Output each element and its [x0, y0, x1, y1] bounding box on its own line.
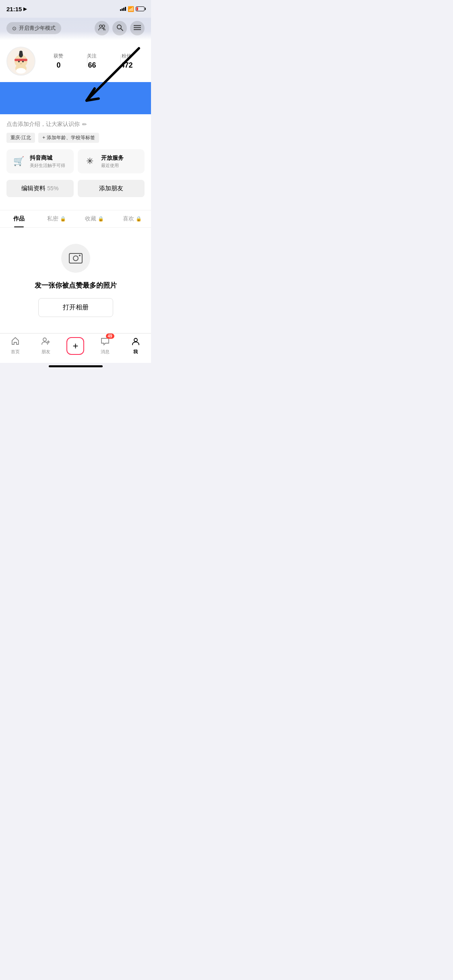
avatar[interactable] — [6, 47, 35, 76]
nav-messages[interactable]: 49 消息 — [95, 337, 115, 355]
stat-likes-value: 0 — [54, 61, 63, 70]
svg-line-3 — [121, 29, 123, 31]
add-tag-button[interactable]: + 添加年龄、学校等标签 — [38, 133, 99, 143]
home-icon — [11, 337, 20, 348]
wifi-icon: 📶 — [128, 6, 134, 12]
search-button[interactable] — [112, 21, 127, 35]
add-friend-label: 添加朋友 — [99, 185, 123, 191]
shop-info: 抖音商城 美好生活触手可得 — [30, 154, 65, 169]
friends-button[interactable] — [95, 21, 109, 35]
nav-friends[interactable]: 朋友 — [36, 337, 56, 355]
status-icons: 📶 — [120, 6, 145, 12]
svg-point-15 — [16, 68, 26, 74]
service-cards: 🛒 抖音商城 美好生活触手可得 ✳ 开放服务 最近使用 — [6, 149, 145, 173]
stat-likes-label: 获赞 — [54, 53, 63, 60]
friends-nav-icon — [41, 337, 50, 348]
open-service-info: 开放服务 最近使用 — [101, 154, 124, 169]
edit-bio-icon: ✏ — [82, 121, 87, 128]
empty-state: 发一张你被点赞最多的照片 打开相册 — [0, 228, 151, 333]
add-icon: + — [72, 340, 78, 352]
youth-mode-label: 开启青少年模式 — [19, 25, 56, 32]
nav-home-label: 首页 — [11, 349, 20, 355]
edit-profile-percent: 55% — [47, 185, 58, 191]
shop-card[interactable]: 🛒 抖音商城 美好生活触手可得 — [6, 149, 74, 173]
tab-collection-label: 收藏 — [85, 215, 96, 222]
nav-add-button[interactable]: + — [66, 337, 84, 355]
open-service-icon: ✳ — [83, 154, 97, 169]
header-icons — [95, 21, 145, 35]
messages-icon: 49 — [101, 337, 110, 348]
location-icon: ▶ — [23, 6, 27, 12]
tab-private-label: 私密 — [47, 215, 58, 222]
stat-followers-value: 472 — [120, 61, 132, 70]
tabs-bar: 作品 私密 🔒 收藏 🔒 喜欢 🔒 — [0, 210, 151, 228]
signal-icon — [120, 7, 126, 11]
nav-messages-label: 消息 — [101, 349, 110, 355]
status-time: 21:15 — [6, 6, 22, 12]
avatar-image — [7, 47, 35, 75]
youth-mode-icon: ⊙ — [12, 25, 17, 31]
shop-desc: 美好生活触手可得 — [30, 163, 65, 169]
svg-point-10 — [18, 61, 20, 62]
bottom-nav: 首页 朋友 + 49 消息 我 — [0, 333, 151, 363]
collection-lock-icon: 🔒 — [98, 216, 104, 222]
header: ⊙ 开启青少年模式 — [0, 18, 151, 40]
photo-icon — [68, 251, 83, 266]
open-service-desc: 最近使用 — [101, 163, 124, 169]
youth-mode-button[interactable]: ⊙ 开启青少年模式 — [6, 22, 61, 34]
private-lock-icon: 🔒 — [60, 216, 66, 222]
svg-point-11 — [22, 61, 24, 62]
battery-icon — [136, 6, 145, 11]
stat-likes[interactable]: 获赞 0 — [54, 53, 63, 70]
tab-works[interactable]: 作品 — [0, 210, 38, 227]
nav-profile[interactable]: 我 — [126, 337, 146, 355]
home-indicator — [49, 365, 103, 367]
bio-section: 点击添加介绍，让大家认识你 ✏ — [6, 121, 145, 128]
tabs-section: 作品 私密 🔒 收藏 🔒 喜欢 🔒 发一张你被点赞最多的照片 打开相册 — [0, 210, 151, 333]
nav-home[interactable]: 首页 — [5, 337, 25, 355]
nav-friends-label: 朋友 — [41, 349, 50, 355]
open-album-label: 打开相册 — [63, 304, 89, 311]
profile-section: 获赞 0 关注 66 粉丝 472 点击添加介绍，让大家认识你 ✏ 重庆·江北 … — [0, 40, 151, 210]
stat-following-value: 66 — [87, 61, 97, 70]
svg-point-17 — [73, 256, 78, 261]
stat-followers[interactable]: 粉丝 472 — [120, 53, 132, 70]
status-bar: 21:15 ▶ 📶 — [0, 0, 151, 18]
add-friend-button[interactable]: 添加朋友 — [78, 180, 145, 197]
tab-likes[interactable]: 喜欢 🔒 — [113, 210, 151, 227]
blue-banner — [0, 82, 151, 114]
stat-following-label: 关注 — [87, 53, 97, 60]
stats-container: 获赞 0 关注 66 粉丝 472 — [42, 53, 145, 70]
shop-icon: 🛒 — [11, 154, 26, 169]
open-service-name: 开放服务 — [101, 154, 124, 162]
location-tag[interactable]: 重庆·江北 — [6, 133, 35, 143]
stat-followers-label: 粉丝 — [120, 53, 132, 60]
friends-icon — [98, 24, 105, 32]
tab-works-label: 作品 — [13, 215, 25, 222]
empty-icon-circle — [61, 244, 90, 273]
nav-profile-label: 我 — [133, 349, 138, 355]
tab-private[interactable]: 私密 🔒 — [38, 210, 76, 227]
svg-point-19 — [43, 338, 46, 341]
profile-top: 获赞 0 关注 66 粉丝 472 — [6, 47, 145, 76]
svg-point-12 — [20, 63, 22, 64]
empty-title: 发一张你被点赞最多的照片 — [35, 281, 117, 290]
svg-point-20 — [134, 338, 137, 342]
likes-lock-icon: 🔒 — [136, 216, 142, 222]
bio-text[interactable]: 点击添加介绍，让大家认识你 ✏ — [6, 121, 145, 128]
svg-point-0 — [99, 25, 102, 27]
profile-nav-icon — [131, 337, 140, 348]
bio-content: 点击添加介绍，让大家认识你 — [6, 121, 80, 128]
tags-container: 重庆·江北 + 添加年龄、学校等标签 — [6, 133, 145, 143]
stat-following[interactable]: 关注 66 — [87, 53, 97, 70]
svg-rect-9 — [14, 59, 27, 61]
search-icon — [116, 24, 123, 33]
menu-icon — [134, 25, 141, 32]
action-buttons: 编辑资料 55% 添加朋友 — [6, 180, 145, 197]
open-album-button[interactable]: 打开相册 — [38, 298, 113, 317]
open-service-card[interactable]: ✳ 开放服务 最近使用 — [78, 149, 145, 173]
tab-collection[interactable]: 收藏 🔒 — [76, 210, 114, 227]
menu-button[interactable] — [130, 21, 145, 35]
edit-profile-label: 编辑资料 — [21, 185, 46, 191]
edit-profile-button[interactable]: 编辑资料 55% — [6, 180, 74, 197]
